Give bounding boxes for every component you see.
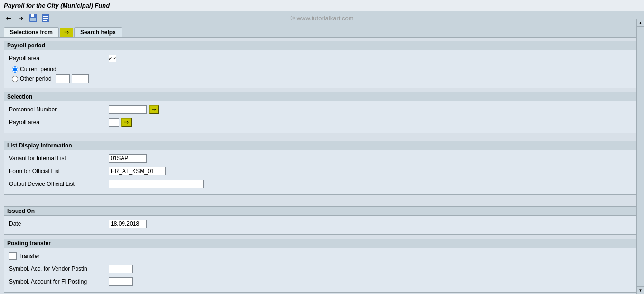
tab-bar: Selections from ⇒ Search helps bbox=[0, 25, 644, 38]
save-icon[interactable] bbox=[28, 13, 38, 23]
other-period-radio[interactable] bbox=[12, 76, 18, 82]
date-input[interactable] bbox=[109, 220, 147, 228]
list-display-header: List Display Information bbox=[4, 141, 640, 150]
other-period-row: Other period bbox=[9, 74, 635, 83]
posting-transfer-header: Posting transfer bbox=[4, 239, 640, 248]
date-label: Date bbox=[9, 220, 109, 227]
payroll-period-header: Payroll period bbox=[4, 41, 640, 50]
list-display-section: List Display Information Variant for Int… bbox=[4, 141, 640, 195]
selection-payroll-area-row: Payroll area ⇒ bbox=[9, 117, 635, 128]
form-row: Form for Official List bbox=[9, 166, 635, 176]
selection-payroll-area-label: Payroll area bbox=[9, 119, 109, 126]
toolbar: ⬅ ➜ © www.tutorialkart.com bbox=[0, 11, 644, 25]
selection-payroll-area-input[interactable] bbox=[109, 118, 119, 127]
variant-row: Variant for Internal List bbox=[9, 153, 635, 164]
form-input[interactable] bbox=[109, 167, 166, 175]
scroll-up-btn[interactable]: ▲ bbox=[637, 19, 644, 27]
payroll-area-select-btn[interactable]: ⇒ bbox=[121, 118, 132, 127]
current-period-row: Current period bbox=[9, 66, 635, 73]
current-period-radio[interactable] bbox=[12, 66, 18, 73]
svg-rect-2 bbox=[30, 18, 36, 21]
tab-arrow-icon[interactable]: ⇒ bbox=[60, 28, 73, 37]
payroll-area-row: Payroll area ✓ bbox=[9, 53, 635, 64]
personnel-number-label: Personnel Number bbox=[9, 106, 109, 113]
output-device-input[interactable] bbox=[109, 180, 204, 188]
svg-rect-4 bbox=[43, 16, 48, 17]
variant-label: Variant for Internal List bbox=[9, 155, 109, 162]
list-display-body: Variant for Internal List Form for Offic… bbox=[4, 150, 640, 194]
scroll-track bbox=[637, 27, 644, 286]
selections-from-tab[interactable]: Selections from bbox=[4, 27, 59, 37]
payroll-period-body: Payroll area ✓ Current period Other peri… bbox=[4, 50, 640, 88]
other-period-input1[interactable] bbox=[56, 74, 70, 83]
issued-on-body: Date bbox=[4, 216, 640, 234]
payroll-area-label: Payroll area bbox=[9, 55, 109, 62]
svg-rect-1 bbox=[31, 14, 34, 17]
output-device-label: Output Device Official List bbox=[9, 181, 109, 187]
symbol-vendor-row: Symbol. Acc. for Vendor Postin bbox=[9, 264, 635, 274]
title-bar: Payroll for the City (Municipal) Fund bbox=[0, 0, 644, 11]
date-row: Date bbox=[9, 219, 635, 229]
scroll-down-btn[interactable]: ▼ bbox=[637, 286, 644, 294]
scrollbar[interactable]: ▲ ▼ bbox=[636, 19, 644, 294]
search-helps-tab[interactable]: Search helps bbox=[74, 27, 122, 37]
posting-transfer-section: Posting transfer Transfer Symbol. Acc. f… bbox=[4, 239, 640, 293]
svg-rect-5 bbox=[43, 18, 48, 19]
personnel-number-row: Personnel Number ⇒ bbox=[9, 104, 635, 115]
back-icon[interactable]: ⬅ bbox=[4, 13, 13, 23]
other-period-label: Other period bbox=[20, 75, 52, 82]
personnel-number-input[interactable] bbox=[109, 105, 147, 114]
personnel-number-select-btn[interactable]: ⇒ bbox=[149, 105, 159, 114]
command-icon[interactable] bbox=[41, 13, 50, 23]
payroll-area-checkbox[interactable]: ✓ bbox=[109, 55, 116, 62]
output-device-row: Output Device Official List bbox=[9, 179, 635, 189]
symbol-fi-input[interactable] bbox=[109, 277, 133, 286]
posting-transfer-body: Transfer Symbol. Acc. for Vendor Postin … bbox=[4, 248, 640, 292]
form-label: Form for Official List bbox=[9, 168, 109, 175]
payroll-period-section: Payroll period Payroll area ✓ Current pe… bbox=[4, 41, 640, 88]
current-period-label: Current period bbox=[20, 66, 57, 73]
toolbar-watermark: © www.tutorialkart.com bbox=[290, 15, 353, 22]
page-title: Payroll for the City (Municipal) Fund bbox=[4, 2, 110, 9]
main-content: Payroll period Payroll area ✓ Current pe… bbox=[0, 38, 644, 294]
symbol-vendor-input[interactable] bbox=[109, 265, 133, 273]
transfer-row: Transfer bbox=[9, 251, 635, 261]
symbol-fi-row: Symbol. Account for FI Posting bbox=[9, 276, 635, 287]
issued-on-header: Issued On bbox=[4, 207, 640, 216]
transfer-checkbox[interactable] bbox=[9, 252, 17, 260]
svg-rect-6 bbox=[43, 20, 47, 21]
selection-section: Selection Personnel Number ⇒ Payroll are… bbox=[4, 92, 640, 133]
symbol-vendor-label: Symbol. Acc. for Vendor Postin bbox=[9, 266, 109, 272]
other-period-input2[interactable] bbox=[72, 74, 89, 83]
variant-input[interactable] bbox=[109, 154, 147, 163]
forward-icon[interactable]: ➜ bbox=[16, 13, 26, 23]
transfer-label: Transfer bbox=[19, 253, 39, 259]
selection-body: Personnel Number ⇒ Payroll area ⇒ bbox=[4, 101, 640, 133]
issued-on-section: Issued On Date bbox=[4, 206, 640, 235]
selection-header: Selection bbox=[4, 92, 640, 101]
symbol-fi-label: Symbol. Account for FI Posting bbox=[9, 278, 109, 285]
